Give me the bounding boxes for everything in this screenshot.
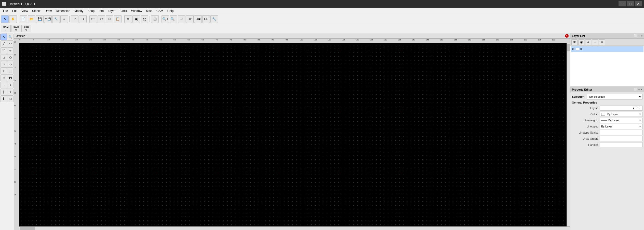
copy-button[interactable]: ⎘ bbox=[106, 15, 113, 23]
arc-tool[interactable]: ◠ bbox=[7, 40, 14, 47]
zoom-prev-button[interactable]: ⊟↩ bbox=[186, 15, 194, 23]
cam-settings-button[interactable]: CAM ⚙ bbox=[11, 25, 21, 32]
lineweight-property-value[interactable]: By Layer ▼ bbox=[600, 118, 642, 123]
menu-item-dimension[interactable]: Dimension bbox=[54, 8, 72, 14]
menu-item-cam[interactable]: CAM bbox=[154, 8, 165, 14]
vertical-scrollbar[interactable] bbox=[567, 43, 570, 226]
print-button[interactable]: 🖨 bbox=[60, 15, 68, 23]
redo-button[interactable]: ↪ bbox=[79, 15, 87, 23]
menu-item-window[interactable]: Window bbox=[129, 8, 144, 14]
paste-button[interactable]: 📋 bbox=[114, 15, 122, 23]
drawing-canvas[interactable] bbox=[19, 43, 567, 226]
layer-panel-float-icon[interactable]: ⬜ bbox=[634, 34, 637, 37]
color-property-label: Color: bbox=[572, 113, 600, 116]
image-tool[interactable]: 🖼 bbox=[7, 75, 14, 81]
grid-snap-button[interactable]: ⊞ bbox=[151, 15, 159, 23]
gbx-button[interactable]: GBX ⚙ bbox=[21, 25, 31, 32]
menu-item-draw[interactable]: Draw bbox=[43, 8, 54, 14]
remove-layer-button[interactable]: − bbox=[592, 39, 598, 45]
ellipse-tool[interactable]: ⬭ bbox=[7, 61, 14, 68]
prop-panel-float-icon[interactable]: ⬜ bbox=[634, 88, 637, 91]
zoom-fit-button[interactable]: ⊞↕ bbox=[178, 15, 185, 23]
color-property-value[interactable]: By Layer ▼ bbox=[600, 112, 642, 117]
deselect-button[interactable]: ◎ bbox=[141, 15, 148, 23]
layer-menu-icon[interactable]: ⋮⋮ bbox=[636, 107, 641, 110]
cam-toolbar: CAM ↓ CAM ⚙ GBX ⚙ bbox=[0, 24, 644, 33]
show-all-layers-button[interactable]: 👁 bbox=[571, 39, 578, 45]
dim-tool[interactable]: ↔ bbox=[1, 82, 7, 88]
draw-pen-button[interactable]: ✏ bbox=[124, 15, 132, 23]
close-button[interactable]: ✕ bbox=[635, 1, 642, 6]
cut-button[interactable]: ✂ bbox=[98, 15, 105, 23]
polyline-tool[interactable]: ⌒ bbox=[1, 47, 7, 54]
draw-order-row: Draw Order: bbox=[572, 136, 642, 141]
menu-item-block[interactable]: Block bbox=[117, 8, 129, 14]
undo-button[interactable]: ↩ bbox=[71, 15, 78, 23]
horizontal-scrollbar[interactable] bbox=[19, 226, 570, 230]
general-properties-header: General Properties bbox=[572, 101, 642, 104]
layer-row[interactable]: 👁 0 bbox=[571, 46, 643, 52]
layer-list-content[interactable]: 👁 0 bbox=[570, 46, 644, 87]
add-layer-button[interactable]: + bbox=[585, 39, 591, 45]
maximize-button[interactable]: □ bbox=[627, 1, 634, 6]
menu-item-modify[interactable]: Modify bbox=[72, 8, 85, 14]
layer-property-value[interactable]: ▼ ⋮⋮ bbox=[600, 106, 642, 111]
select-rect-button[interactable]: ▣ bbox=[132, 15, 140, 23]
menu-item-edit[interactable]: Edit bbox=[10, 8, 19, 14]
cam-export-button[interactable]: CAM ↓ bbox=[1, 25, 11, 32]
selection-dropdown[interactable]: No Selection bbox=[587, 94, 642, 99]
cut-line-button[interactable]: ✂═ bbox=[89, 15, 97, 23]
new-button[interactable]: 📄 bbox=[20, 15, 27, 23]
polygon-tool[interactable]: ⬡ bbox=[7, 54, 14, 61]
open-button[interactable]: 📂 bbox=[28, 15, 35, 23]
circle-tool[interactable]: ○ bbox=[1, 61, 7, 68]
handle-value[interactable] bbox=[600, 142, 642, 147]
color-dropdown-icon: ▼ bbox=[639, 113, 641, 116]
text-tool[interactable]: T bbox=[1, 68, 7, 75]
minimize-button[interactable]: − bbox=[619, 1, 626, 6]
hatch-tool[interactable]: ⊞ bbox=[1, 75, 7, 81]
menu-item-view[interactable]: View bbox=[19, 8, 30, 14]
3d-tool[interactable]: ◱ bbox=[7, 95, 14, 102]
import-button[interactable]: 🔧 bbox=[52, 15, 60, 23]
zoom-tool[interactable]: 🔍 bbox=[7, 34, 14, 40]
save-as-button[interactable]: ✏💾 bbox=[44, 15, 52, 23]
prop-panel-close-icon[interactable]: × bbox=[641, 88, 642, 91]
menu-item-layer[interactable]: Layer bbox=[106, 8, 117, 14]
line-tool[interactable]: ╱ bbox=[1, 40, 7, 47]
snap-dist[interactable]: ∥ bbox=[1, 89, 7, 95]
zoom-window-button[interactable]: ⊟□ bbox=[202, 15, 210, 23]
layer-list-toolbar: 👁 ◉ + − ✏ bbox=[570, 39, 644, 46]
menu-item-snap[interactable]: Snap bbox=[85, 8, 97, 14]
hand-button[interactable]: ✋ bbox=[9, 15, 17, 23]
layer-visible-icon[interactable]: 👁 bbox=[572, 48, 575, 51]
menu-item-help[interactable]: Help bbox=[165, 8, 176, 14]
block-tool[interactable]: ⬜ bbox=[7, 68, 14, 75]
linetype-scale-value[interactable] bbox=[600, 130, 642, 135]
rect-tool[interactable]: □ bbox=[1, 54, 7, 61]
canvas-close-button[interactable]: ✕ bbox=[565, 34, 569, 38]
menu-item-file[interactable]: File bbox=[1, 8, 10, 14]
h-ruler-tick: 150 bbox=[440, 39, 443, 41]
info-tool[interactable]: ℹ bbox=[1, 95, 7, 102]
zoom-out-button[interactable]: 🔍− bbox=[170, 15, 177, 23]
menu-item-select[interactable]: Select bbox=[30, 8, 43, 14]
snap-tool[interactable]: ⊹ bbox=[7, 89, 14, 95]
prop-panel-minimize-icon[interactable]: − bbox=[638, 88, 640, 91]
save-button[interactable]: 💾 bbox=[36, 15, 44, 23]
dim2-tool[interactable]: ⇕ bbox=[7, 82, 14, 88]
linetype-property-value[interactable]: By Layer ▼ bbox=[600, 124, 642, 129]
layer-panel-minimize-icon[interactable]: − bbox=[638, 34, 640, 37]
spline-tool[interactable]: ∿ bbox=[7, 47, 14, 54]
pointer-tool[interactable]: ↖ bbox=[1, 34, 7, 40]
edit-layer-button[interactable]: ✏ bbox=[599, 39, 605, 45]
menu-item-info[interactable]: Info bbox=[97, 8, 106, 14]
zoom-custom-button[interactable]: 🔧 bbox=[210, 15, 218, 23]
zoom-in-button[interactable]: 🔍+ bbox=[162, 15, 169, 23]
layer-panel-close-icon[interactable]: × bbox=[641, 34, 642, 37]
pointer-button[interactable]: ↖ bbox=[1, 15, 9, 23]
zoom-selection-button[interactable]: ⊞▣ bbox=[194, 15, 202, 23]
draw-order-value[interactable] bbox=[600, 136, 642, 141]
menu-item-misc[interactable]: Misc bbox=[144, 8, 154, 14]
hide-all-layers-button[interactable]: ◉ bbox=[578, 39, 584, 45]
